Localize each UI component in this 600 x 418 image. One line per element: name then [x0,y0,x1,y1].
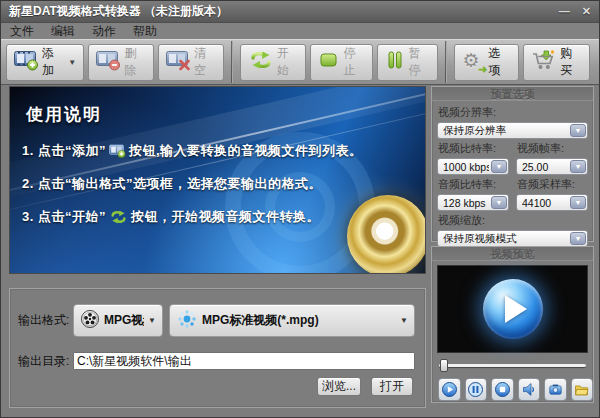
film-add-icon [109,144,126,158]
film-reel-icon [80,309,100,333]
framerate-label: 视频帧率: [517,141,588,156]
framerate-select[interactable]: 25.00 ▼ [516,158,588,175]
pause-icon [385,50,405,74]
chevron-down-icon: ▼ [68,58,76,67]
toolbar: 添加 ▼ 删除 清空 [1,39,599,85]
seek-bar[interactable] [439,358,586,373]
instructions-panel: 使用说明 1. 点击“添加” 按钮,输入要转换的音视频文件到列表。 2. 点击“… [9,86,426,274]
preview-screen [437,265,588,353]
samplerate-select[interactable]: 44100 ▼ [516,194,588,211]
audio-bitrate-label: 音频比特率: [438,177,509,192]
start-button[interactable]: 开始 [240,44,307,81]
chevron-down-icon[interactable]: ▼ [570,160,586,173]
buy-button[interactable]: 购买 [523,44,590,81]
seek-track[interactable] [439,364,586,367]
pause-button[interactable]: 暂停 [377,44,438,81]
resolution-select[interactable]: 保持原分辨率 ▼ [437,122,588,139]
window-title: 新星DAT视频格式转换器 （未注册版本） [9,3,228,20]
instruction-step-2: 2. 点击“输出格式”选项框，选择您要输出的格式。 [22,175,419,193]
menu-file[interactable]: 文件 [10,23,34,40]
audio-bitrate-select[interactable]: 128 kbps ▼ [437,194,509,211]
output-settings-panel: 输出格式: MPG视频 ▼ [9,288,426,408]
open-folder-icon [574,382,589,397]
stop-icon [495,382,510,397]
preset-options-panel: 预置选项 视频分辨率: 保持原分辨率 ▼ 视频比特率: 视频帧率: 1000 k… [431,86,594,242]
camera-icon [548,382,563,397]
seek-thumb[interactable] [440,359,448,372]
player-play-button[interactable] [438,378,461,401]
output-format-label: 输出格式: [18,312,73,329]
instruction-step-3: 3. 点击“开始” 按钮，开始视频音频文件转换。 [22,208,419,226]
format-profile-icon [176,308,198,334]
toolbar-separator [445,41,447,83]
convert-start-icon [109,209,128,225]
instructions-heading: 使用说明 [26,103,425,126]
chevron-down-icon[interactable]: ▼ [570,196,586,209]
preset-options-header: 预置选项 [432,87,593,101]
convert-start-icon [248,49,274,75]
chevron-down-icon: ▼ [148,316,156,325]
chevron-down-icon[interactable]: ▼ [570,124,586,137]
player-stop-button[interactable] [491,378,514,401]
player-open-folder-button[interactable] [571,378,594,401]
video-zoom-select[interactable]: 保持原视频模式 ▼ [437,230,588,247]
toolbar-separator [231,41,233,83]
film-add-icon [14,50,39,75]
pause-button-label: 暂停 [408,45,430,79]
chevron-down-icon[interactable]: ▼ [491,160,507,173]
stop-button[interactable]: 停止 [310,44,373,81]
options-gear-icon: ⚙➜ [462,51,485,73]
samplerate-label: 音频采样率: [517,177,588,192]
options-button-label: 选项 [488,45,511,79]
menu-edit[interactable]: 编辑 [51,23,75,40]
delete-button[interactable]: 删除 [88,44,154,81]
delete-button-label: 删除 [124,45,146,79]
player-pause-button[interactable] [465,378,488,401]
play-icon [442,382,457,397]
chevron-down-icon[interactable]: ▼ [491,196,507,209]
browse-button[interactable]: 浏览... [317,377,361,396]
add-button-label: 添加 [42,45,63,79]
video-zoom-label: 视频缩放: [438,213,588,228]
output-dir-input[interactable] [73,352,415,370]
chevron-down-icon: ▼ [400,316,408,325]
app-window: 新星DAT视频格式转换器 （未注册版本） — ✕ 文件 编辑 动作 帮助 [0,0,600,418]
menu-action[interactable]: 动作 [92,23,116,40]
buy-cart-icon [531,49,557,75]
title-bar: 新星DAT视频格式转换器 （未注册版本） — ✕ [1,1,599,23]
pause-icon [468,382,483,397]
stop-icon [318,50,340,74]
player-volume-button[interactable] [518,378,541,401]
open-button[interactable]: 打开 [371,377,413,396]
minimize-button[interactable]: — [559,6,570,17]
volume-icon [521,382,536,397]
start-button-label: 开始 [277,45,299,79]
resolution-label: 视频分辨率: [438,105,588,120]
buy-button-label: 购买 [560,45,582,79]
player-snapshot-button[interactable] [544,378,567,401]
menu-help[interactable]: 帮助 [133,23,157,40]
video-preview-panel: 视频预览 [431,246,594,403]
output-dir-label: 输出目录: [18,353,73,370]
clear-button-label: 清空 [194,45,216,79]
film-clear-icon [166,50,191,75]
instruction-step-1: 1. 点击“添加” 按钮,输入要转换的音视频文件到列表。 [22,142,419,160]
film-delete-icon [96,50,121,75]
options-button[interactable]: ⚙➜ 选项 [454,44,519,81]
video-bitrate-label: 视频比特率: [438,141,509,156]
output-format-profile-select[interactable]: MPG标准视频(*.mpg) ▼ [169,304,415,337]
video-preview-header: 视频预览 [432,247,593,261]
clear-button[interactable]: 清空 [158,44,224,81]
output-format-type-select[interactable]: MPG视频 ▼ [73,304,163,337]
player-controls [432,373,593,401]
stop-button-label: 停止 [343,45,365,79]
chevron-down-icon[interactable]: ▼ [570,232,586,245]
add-button[interactable]: 添加 ▼ [6,44,84,81]
close-button[interactable]: ✕ [582,6,591,17]
video-bitrate-select[interactable]: 1000 kbps ▼ [437,158,509,175]
menu-bar: 文件 编辑 动作 帮助 [1,23,599,39]
preview-play-button[interactable] [483,279,543,339]
